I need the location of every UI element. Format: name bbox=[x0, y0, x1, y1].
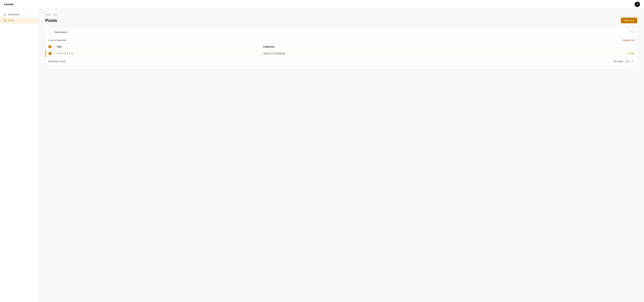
bulk-actions-button[interactable]: ⋮ Bulk actions bbox=[48, 29, 70, 35]
col-published: Published bbox=[260, 43, 518, 50]
row-check-mark-icon: ✓ bbox=[49, 53, 51, 54]
toolbar: ⋮ Bulk actions 0 bbox=[46, 27, 637, 37]
select-all-checkbox[interactable]: ✓ bbox=[48, 45, 51, 48]
breadcrumb-posts[interactable]: Posts bbox=[45, 13, 51, 16]
selection-bar: 1 record selected Deselect all bbox=[46, 37, 637, 43]
breadcrumb-separator: › bbox=[52, 13, 52, 16]
edit-icon bbox=[627, 52, 630, 55]
breadcrumb-list: List bbox=[54, 13, 57, 16]
sidebar: Dashboard Posts bbox=[0, 9, 38, 302]
app-logo: Laravel bbox=[4, 3, 14, 6]
row-published-cell: 2023-11-27 00:00:00 bbox=[260, 50, 518, 57]
top-nav: Laravel Y bbox=[0, 0, 644, 9]
inbox-icon bbox=[3, 19, 6, 22]
breadcrumb: Posts › List bbox=[45, 13, 637, 16]
data-table: ✓ Title Published bbox=[46, 43, 637, 57]
sidebar-item-posts-label: Posts bbox=[8, 19, 14, 22]
col-actions bbox=[518, 43, 637, 50]
filter-icon bbox=[630, 30, 632, 34]
table-container: ⋮ Bulk actions 0 1 record selected Desel… bbox=[45, 27, 637, 66]
sidebar-item-dashboard-label: Dashboard bbox=[8, 13, 20, 16]
filter-button[interactable]: 0 bbox=[630, 30, 634, 34]
home-icon bbox=[3, 13, 6, 16]
per-page-select[interactable]: 10 25 50 100 bbox=[624, 59, 634, 64]
check-mark-icon: ✓ bbox=[49, 46, 51, 48]
showing-text: Showing 1 result bbox=[48, 60, 66, 63]
bulk-actions-dots-icon: ⋮ bbox=[51, 30, 53, 34]
row-checkbox-cell: ✓ bbox=[46, 50, 54, 57]
sidebar-item-posts[interactable]: Posts bbox=[0, 17, 38, 23]
per-page-wrapper: 10 25 50 100 ▾ bbox=[624, 59, 634, 64]
sidebar-item-dashboard[interactable]: Dashboard bbox=[0, 11, 38, 17]
page-header: Posts New post bbox=[45, 17, 637, 23]
edit-label: Edit bbox=[630, 52, 634, 55]
page-title: Posts bbox=[45, 18, 57, 23]
bulk-actions-label: Bulk actions bbox=[55, 31, 67, 33]
row-published: 2023-11-27 00:00:00 bbox=[263, 52, 285, 55]
edit-link[interactable]: Edit bbox=[627, 52, 634, 55]
selected-count-text: 1 record selected bbox=[48, 39, 66, 41]
row-actions-cell: Edit bbox=[518, 50, 637, 57]
main-content: Posts › List Posts New post ⋮ Bulk actio… bbox=[38, 9, 644, 302]
row-title-cell: テストタイトル bbox=[54, 50, 260, 57]
row-checkbox[interactable]: ✓ bbox=[49, 52, 52, 55]
col-checkbox: ✓ bbox=[46, 43, 54, 50]
table-row: ✓ テストタイトル 2023-11-27 00:00:00 bbox=[46, 50, 637, 57]
new-post-button[interactable]: New post bbox=[621, 17, 637, 23]
deselect-all-button[interactable]: Deselect all bbox=[622, 39, 634, 41]
avatar[interactable]: Y bbox=[634, 2, 640, 7]
filter-count: 0 bbox=[633, 31, 634, 33]
col-title: Title bbox=[54, 43, 260, 50]
table-footer: Showing 1 result Per page 10 25 50 100 ▾ bbox=[46, 57, 637, 66]
row-title: テストタイトル bbox=[57, 52, 73, 55]
table-header-row: ✓ Title Published bbox=[46, 43, 637, 50]
layout: Dashboard Posts Posts › List Posts New p… bbox=[0, 9, 644, 302]
per-page-label: Per page bbox=[614, 60, 623, 63]
per-page-wrap: Per page 10 25 50 100 ▾ bbox=[614, 59, 634, 64]
